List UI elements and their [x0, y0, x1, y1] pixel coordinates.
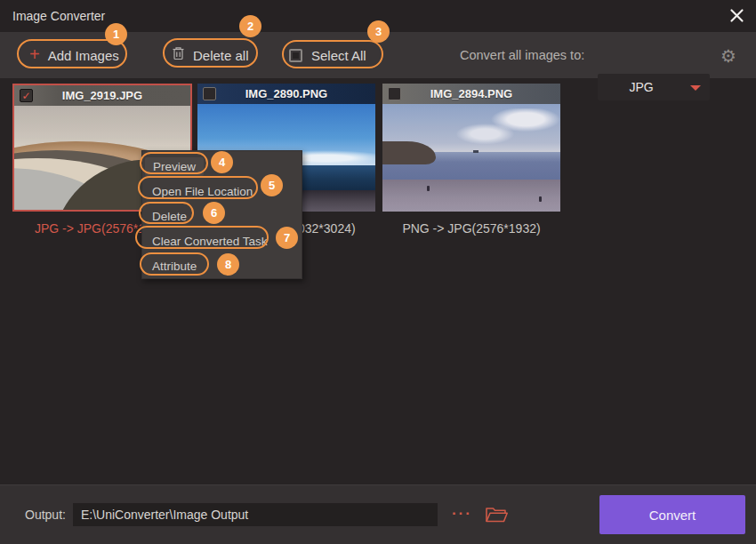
- format-selected-value: JPG: [598, 74, 685, 100]
- select-all-checkbox[interactable]: Select All: [289, 32, 366, 78]
- check-icon: ✓: [21, 91, 30, 101]
- thumbnail-2-filename: IMG_2890.PNG: [197, 84, 375, 104]
- menu-item-delete[interactable]: Delete: [142, 204, 302, 228]
- thumbnail-3-filename: IMG_2894.PNG: [382, 84, 560, 104]
- thumbnail-1-checkbox[interactable]: ✓: [20, 89, 33, 102]
- checkbox-icon: [289, 49, 302, 62]
- delete-all-label: Delete all: [193, 48, 249, 63]
- thumbnail-2-header: IMG_2890.PNG: [197, 84, 375, 104]
- convert-all-label: Convert all images to:: [460, 32, 584, 78]
- close-icon: [729, 8, 744, 27]
- delete-all-button[interactable]: Delete all: [172, 32, 249, 78]
- thumbnail-3-caption: PNG -> JPG(2576*1932): [382, 220, 560, 237]
- trash-icon: [172, 46, 185, 64]
- close-button[interactable]: [726, 6, 747, 28]
- toolbar: + Add Images Delete all Select All Conve…: [0, 32, 756, 78]
- output-path-input[interactable]: [73, 503, 438, 526]
- select-all-label: Select All: [311, 48, 366, 63]
- menu-item-preview[interactable]: Preview: [142, 154, 302, 179]
- output-label: Output:: [25, 508, 66, 522]
- thumbnail-1-header: IMG_2919.JPG ✓: [14, 85, 190, 106]
- thumbnail-3-header: IMG_2894.PNG: [382, 84, 560, 104]
- context-menu: Preview Open File Location Delete Clear …: [141, 150, 302, 279]
- folder-icon: [485, 505, 509, 524]
- add-images-button[interactable]: + Add Images: [29, 32, 119, 78]
- menu-item-attribute[interactable]: Attribute: [142, 253, 302, 278]
- convert-button[interactable]: Convert: [599, 495, 745, 534]
- plus-icon: +: [29, 45, 40, 63]
- title-bar: Image Converter: [0, 0, 756, 32]
- thumbnail-2-checkbox[interactable]: [203, 87, 216, 100]
- open-folder-button[interactable]: [485, 505, 509, 524]
- thumbnail-3-image[interactable]: [382, 104, 560, 212]
- footer-bar: Output: ··· Convert: [0, 484, 756, 544]
- thumbnail-card-3[interactable]: IMG_2894.PNG: [382, 84, 560, 212]
- add-images-label: Add Images: [48, 48, 119, 63]
- menu-item-open-file-location[interactable]: Open File Location: [142, 179, 302, 204]
- format-dropdown[interactable]: JPG: [598, 74, 710, 100]
- browse-ellipsis-button[interactable]: ···: [452, 506, 472, 521]
- settings-gear-button[interactable]: ⚙: [720, 47, 736, 65]
- thumbnail-3-checkbox[interactable]: [388, 87, 401, 100]
- menu-item-clear-converted-task[interactable]: Clear Converted Task: [142, 228, 302, 253]
- chevron-down-icon: [690, 85, 701, 91]
- thumbnail-1-filename: IMG_2919.JPG: [14, 85, 190, 106]
- window-title: Image Converter: [12, 0, 105, 32]
